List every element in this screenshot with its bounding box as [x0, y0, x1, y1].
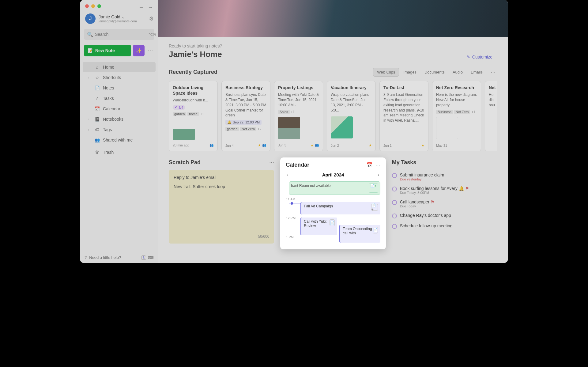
sidebar-item-notes[interactable]: 📄Notes: [83, 83, 156, 93]
flag-icon: ⚑: [465, 186, 469, 191]
user-block[interactable]: J Jamie Gold ⌄ jamiegold@evernote.com ⚙: [80, 8, 158, 27]
time-label: 12 PM: [286, 216, 296, 220]
reminder-chip: 🔔Sep 22, 12:00 PM: [225, 120, 262, 125]
tabs-more-icon[interactable]: ⋯: [487, 69, 497, 75]
task-row[interactable]: Schedule follow-up meeting: [392, 221, 497, 231]
star-icon: ★: [311, 143, 314, 147]
task-checkbox[interactable]: [392, 187, 397, 191]
task-text: Schedule follow-up meeting: [400, 223, 453, 228]
sidebar-item-shared[interactable]: 👥Shared with me: [83, 135, 156, 145]
task-row[interactable]: Change Ray's doctor's app: [392, 210, 497, 221]
note-card[interactable]: Vacation Itinerary Wrap up vacation plan…: [327, 81, 376, 151]
card-title: Net: [489, 85, 496, 90]
forward-icon[interactable]: →: [148, 4, 153, 11]
calendar-icon[interactable]: 📅: [366, 162, 372, 168]
tab-images[interactable]: Images: [400, 68, 420, 76]
task-row[interactable]: Submit insurance claimDue yesterday: [392, 170, 497, 184]
scratch-pad[interactable]: Reply to Jamie's email New trail: Sutter…: [169, 170, 274, 244]
event-block[interactable]: Team Onboarding call with 📄: [339, 225, 380, 243]
main-area: Ready to start taking notes? Jamie's Hom…: [158, 0, 508, 263]
search-field[interactable]: [95, 32, 149, 37]
note-plus-icon: 📝: [88, 48, 93, 53]
help-row[interactable]: ? Need a little help? 6 ⌨: [80, 252, 158, 263]
more-icon[interactable]: ⋯: [269, 160, 274, 165]
task-checkbox[interactable]: [392, 224, 397, 229]
note-card[interactable]: Property Listings Meeting with Yuki Date…: [274, 81, 323, 151]
task-checkbox[interactable]: [392, 214, 397, 218]
nav-label: Notes: [103, 85, 114, 90]
event-block[interactable]: Fall Ad Campaign 📄+: [300, 202, 380, 214]
recent-title: Recently Captured: [169, 69, 217, 75]
bell-icon: 🔔: [459, 186, 464, 191]
task-checkbox[interactable]: [392, 200, 397, 205]
close-window[interactable]: [85, 4, 89, 8]
tab-web-clips[interactable]: Web Clips: [373, 68, 399, 77]
event-block[interactable]: hant Room not available 📄+: [289, 181, 380, 195]
card-tag-more: +1: [471, 110, 475, 114]
gear-icon[interactable]: ⚙: [149, 15, 154, 22]
task-sub: Due yesterday: [400, 177, 444, 181]
back-icon[interactable]: ←: [138, 4, 144, 11]
ai-assist-button[interactable]: ✨: [133, 45, 145, 56]
note-card[interactable]: Net He dia hou: [485, 81, 497, 151]
user-name: Jamie Gold: [99, 14, 120, 19]
people-icon: 👥: [94, 138, 100, 142]
shared-icon: 👥: [315, 143, 319, 147]
event-title: Team Onboarding call with: [343, 227, 372, 241]
scratch-title: Scratch Pad: [169, 159, 201, 166]
task-checkbox[interactable]: [392, 173, 397, 178]
note-card[interactable]: Outdoor Living Space Ideas Walk-through …: [169, 81, 218, 151]
tab-emails[interactable]: Emails: [467, 68, 486, 76]
sidebar-item-tags[interactable]: ›🏷Tags: [83, 124, 156, 135]
pencil-icon: ✎: [467, 55, 470, 59]
nav-label: Trash: [103, 150, 114, 155]
sidebar-item-trash[interactable]: 🗑Trash: [83, 147, 156, 157]
minimize-window[interactable]: [91, 4, 95, 8]
task-text: Change Ray's doctor's app: [400, 213, 451, 218]
sidebar-item-notebooks[interactable]: ›📓Notebooks: [83, 114, 156, 124]
page-title: Jamie's Home: [169, 50, 497, 59]
note-card[interactable]: Business Strategy Business plan sync Dat…: [221, 81, 270, 151]
task-row[interactable]: Call landscaper⚑Due Today: [392, 197, 497, 210]
next-month-icon[interactable]: →: [374, 171, 380, 178]
link-note-icon[interactable]: 📄: [330, 219, 335, 226]
search-icon: 🔍: [87, 32, 93, 37]
note-card[interactable]: To-Do List 8-9 am Lead Generation Follow…: [379, 81, 428, 151]
nav-label: Notebooks: [103, 117, 123, 122]
tab-audio[interactable]: Audio: [449, 68, 466, 76]
card-tag: garden: [173, 112, 186, 116]
scratch-line: New trail: Sutter creek loop: [174, 184, 269, 189]
sidebar-item-tasks[interactable]: ✓Tasks: [83, 93, 156, 104]
help-badge: 6: [141, 255, 146, 260]
sidebar-item-home[interactable]: ⌂Home: [83, 62, 156, 72]
new-note-button[interactable]: 📝 New Note: [84, 45, 131, 56]
more-icon[interactable]: ⋯: [146, 47, 154, 54]
card-body: 8-9 am Lead Generation Follow through on…: [383, 92, 424, 123]
keyboard-icon[interactable]: ⌨: [148, 255, 154, 260]
link-note-icon[interactable]: 📄: [373, 227, 378, 233]
time-label: 1 PM: [286, 235, 294, 239]
trash-icon: 🗑: [94, 150, 100, 155]
calendar-title: Calendar: [286, 162, 309, 168]
my-tasks-panel: My Tasks Submit insurance claimDue yeste…: [392, 159, 497, 249]
card-tag: Sales: [278, 110, 290, 114]
link-note-icon[interactable]: 📄+: [371, 204, 378, 211]
search-input[interactable]: 🔍 ⌥⌘F: [84, 29, 154, 40]
sidebar-item-shortcuts[interactable]: ›☆Shortcuts: [83, 72, 156, 83]
maximize-window[interactable]: [97, 4, 101, 8]
note-icon: 📄: [94, 85, 100, 90]
card-title: To-Do List: [383, 85, 424, 90]
flag-icon: ⚑: [431, 199, 435, 204]
task-row[interactable]: Book surfing lessons for Avery🔔⚑Due Toda…: [392, 184, 497, 197]
sidebar-item-calendar[interactable]: 📅Calendar: [83, 104, 156, 114]
schedule-view[interactable]: hant Room not available 📄+ 11 AM Fall Ad…: [286, 181, 380, 243]
customize-button[interactable]: ✎ Customize: [467, 55, 492, 59]
note-card[interactable]: Net Zero Research Here is the new diagra…: [432, 81, 481, 151]
nav-label: Tags: [103, 127, 112, 132]
tab-documents[interactable]: Documents: [421, 68, 448, 76]
link-note-icon[interactable]: 📄+: [369, 184, 378, 193]
avatar: J: [85, 13, 96, 24]
event-block[interactable]: Call with Yuki: Review 📄: [300, 218, 337, 235]
prev-month-icon[interactable]: ←: [286, 171, 292, 178]
more-icon[interactable]: ⋯: [375, 162, 380, 168]
